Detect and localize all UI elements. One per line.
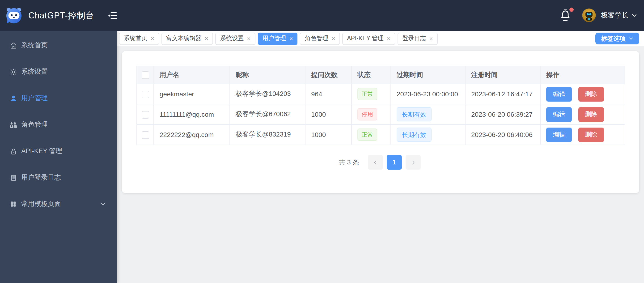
tab-role-management[interactable]: 角色管理 ×: [300, 32, 340, 45]
tab-system-settings[interactable]: 系统设置 ×: [215, 32, 255, 45]
status-badge: 正常: [358, 129, 377, 141]
col-header-nickname: 昵称: [230, 66, 305, 84]
cell-register-time: 2023-06-20 06:39:27: [465, 104, 540, 125]
sidebar-item-label: 用户管理: [21, 94, 48, 103]
notification-badge-dot: [570, 7, 574, 12]
sidebar-item-login-log[interactable]: 用户登录日志: [0, 164, 117, 191]
sidebar-item-label: 系统首页: [21, 41, 48, 50]
sidebar-item-apikey-management[interactable]: API-KEY 管理: [0, 138, 117, 164]
tab-label: 富文本编辑器: [166, 35, 201, 43]
col-header-expire-time: 过期时间: [391, 66, 465, 84]
tab-user-management[interactable]: 用户管理 ×: [258, 32, 298, 45]
tab-close-icon[interactable]: ×: [247, 36, 250, 42]
user-avatar[interactable]: [582, 9, 596, 22]
grid-icon: [9, 200, 18, 208]
status-badge: 停用: [358, 108, 377, 120]
tab-label: API-KEY 管理: [347, 35, 384, 43]
sidebar-item-label: 角色管理: [21, 120, 48, 129]
cell-register-time: 2023-06-12 16:47:17: [465, 84, 540, 104]
table-header-row: 用户名 昵称 提问次数 状态 过期时间 注册时间 操作: [137, 66, 625, 84]
topbar: ChatGPT-控制台: [0, 0, 644, 31]
user-icon: [9, 94, 18, 103]
cell-username: 11111111@qq.com: [154, 104, 230, 125]
notification-bell-icon[interactable]: [560, 9, 572, 22]
expire-badge: 长期有效: [396, 107, 432, 121]
tab-close-icon[interactable]: ×: [429, 36, 433, 42]
tab-strip: 系统首页 × 富文本编辑器 × 系统设置 × 用户管理 × 角色管理 × API…: [117, 31, 644, 46]
sidebar-item-user-management[interactable]: 用户管理: [0, 85, 117, 112]
tab-close-icon[interactable]: ×: [387, 36, 390, 42]
pagination-total: 共 3 条: [338, 158, 359, 167]
user-menu-chevron-down-icon[interactable]: [631, 12, 638, 19]
app-logo-robot-icon: [5, 6, 23, 25]
sidebar-item-role-management[interactable]: 角色管理: [0, 112, 117, 138]
table-row: 11111111@qq.com 极客学长@670062 1000 停用 长期有效…: [137, 104, 625, 125]
col-header-register-time: 注册时间: [465, 66, 540, 84]
cell-register-time: 2023-06-20 06:40:06: [465, 125, 540, 145]
sidebar-collapse-icon[interactable]: [106, 9, 118, 22]
cell-username: geekmaster: [154, 84, 230, 104]
pagination-next-button[interactable]: [406, 155, 421, 170]
tab-login-log[interactable]: 登录日志 ×: [398, 32, 438, 45]
expire-badge: 长期有效: [396, 128, 432, 142]
pagination-prev-button[interactable]: [368, 155, 383, 170]
submenu-chevron-down-icon: [100, 201, 106, 207]
tab-label: 用户管理: [262, 35, 286, 43]
col-header-username: 用户名: [154, 66, 230, 84]
edit-button[interactable]: 编辑: [546, 107, 572, 122]
chevron-down-icon: [628, 36, 634, 41]
sidebar-item-label: 系统设置: [21, 68, 48, 76]
cell-username: 2222222@qq.com: [154, 125, 230, 145]
tab-label: 登录日志: [402, 35, 426, 43]
main-content: 用户名 昵称 提问次数 状态 过期时间 注册时间 操作 geekmaster 极…: [117, 46, 644, 283]
cell-nickname: 极客学长@104203: [230, 84, 305, 104]
cell-question-count: 964: [305, 84, 352, 104]
sidebar-item-label: 常用模板页面: [21, 200, 61, 208]
user-table: 用户名 昵称 提问次数 状态 过期时间 注册时间 操作 geekmaster 极…: [136, 66, 625, 145]
sidebar-item-template-pages[interactable]: 常用模板页面: [0, 191, 117, 217]
tab-apikey-management[interactable]: API-KEY 管理 ×: [342, 32, 395, 45]
tab-close-icon[interactable]: ×: [205, 36, 208, 42]
delete-button[interactable]: 删除: [578, 127, 604, 142]
tag-options-label: 标签选项: [601, 34, 626, 43]
pagination-page-1[interactable]: 1: [387, 155, 402, 170]
tag-options-button[interactable]: 标签选项: [595, 33, 639, 44]
user-table-card: 用户名 昵称 提问次数 状态 过期时间 注册时间 操作 geekmaster 极…: [122, 51, 639, 193]
col-header-question-count: 提问次数: [305, 66, 352, 84]
lock-icon: [9, 147, 18, 155]
pagination: 共 3 条 1: [136, 155, 625, 170]
cell-question-count: 1000: [305, 125, 352, 145]
row-checkbox[interactable]: [142, 91, 149, 98]
sidebar-item-home[interactable]: 系统首页: [0, 32, 117, 59]
tab-home[interactable]: 系统首页 ×: [119, 32, 159, 45]
journal-icon: [9, 173, 18, 182]
sidebar-item-settings[interactable]: 系统设置: [0, 59, 117, 85]
select-all-checkbox[interactable]: [142, 71, 149, 79]
status-badge: 正常: [358, 88, 377, 100]
delete-button[interactable]: 删除: [578, 87, 604, 101]
row-checkbox[interactable]: [142, 111, 149, 118]
cell-question-count: 1000: [305, 104, 352, 125]
tab-close-icon[interactable]: ×: [290, 36, 293, 42]
cell-expire-time: 2023-06-23 00:00:00: [391, 84, 465, 104]
team-icon: [9, 120, 18, 129]
edit-button[interactable]: 编辑: [546, 87, 572, 101]
col-header-actions: 操作: [540, 66, 625, 84]
table-row: 2222222@qq.com 极客学长@832319 1000 正常 长期有效 …: [137, 125, 625, 145]
col-header-status: 状态: [352, 66, 391, 84]
edit-button[interactable]: 编辑: [546, 127, 572, 142]
cell-nickname: 极客学长@832319: [230, 125, 305, 145]
row-checkbox[interactable]: [142, 131, 149, 139]
table-row: geekmaster 极客学长@104203 964 正常 2023-06-23…: [137, 84, 625, 104]
tab-label: 系统设置: [220, 35, 244, 43]
user-name[interactable]: 极客学长: [601, 11, 628, 20]
tab-close-icon[interactable]: ×: [150, 36, 154, 42]
tab-close-icon[interactable]: ×: [332, 36, 335, 42]
delete-button[interactable]: 删除: [578, 107, 604, 122]
app-title: ChatGPT-控制台: [28, 10, 94, 21]
home-icon: [9, 41, 18, 50]
gear-icon: [9, 68, 18, 76]
tab-richtext-editor[interactable]: 富文本编辑器 ×: [161, 32, 213, 45]
tab-label: 角色管理: [305, 35, 328, 43]
sidebar-item-label: API-KEY 管理: [21, 147, 62, 155]
